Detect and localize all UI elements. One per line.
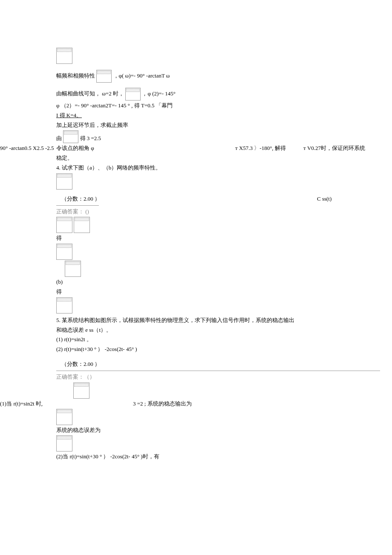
formula-image [74,217,90,233]
formula-image [65,261,81,277]
wide-line: 90° -arctan0.5 X2.5 -2.5 令该点的相角 φ т X57.… [56,144,392,153]
question-5: 5. 某系统结构图如图所示，试根据频率特性的物理意义，求下列输入信号作用时，系统… [56,316,392,325]
text-line: 和稳态误差 e ss（t）。 [56,326,392,335]
text-line: 得 [56,234,392,243]
formula-image [96,70,112,83]
text: 由幅相曲线可知， ω=2 时， [56,90,124,97]
text: （分数：2.00 ） [61,196,100,202]
text: (1)当 r(t)=sin2t 时, [0,400,43,408]
text: 由 [56,135,62,142]
text: 4. 试求下图（a）、（b）网络的频率特性。 [56,164,161,171]
divider [56,205,99,206]
text-line: (2) r(t)=sin(t+30 ° ） -2cos(2t- 45° ) [56,345,392,354]
img-placeholder [56,409,392,425]
img-placeholder [65,261,392,277]
img-placeholder [56,435,392,451]
formula-image [56,297,72,313]
divider [56,371,380,371]
img-placeholder [56,244,392,260]
text-line: (1) r(t)=sin2t 。 [56,335,392,344]
text: I 得 K=4。 [56,112,82,118]
text: (b) [56,279,63,285]
img-placeholder [56,297,392,313]
text-line: (1)当 r(t)=sin2t 时, 3 =2 ; 系统的稳态输出为 [56,400,392,408]
text: (2)当 r(t)=sin(t+30 ° ） -2cos(2t- 45° )时，… [56,453,159,460]
formula-image [73,382,89,399]
text-line: (b) [56,278,392,287]
text: 得 3 =2.5 [80,135,101,142]
text-line: 稳定。 [56,154,392,163]
formula-image [125,88,141,101]
figure-image [56,173,72,190]
answer-label: 正确答案：（） [56,373,392,382]
text: 系统的稳态误差为 [56,427,101,433]
formula-image [56,409,72,425]
text: 令该点的相角 φ [56,145,94,151]
text-line: 加上延迟环节后，求截止频率 [56,121,392,130]
text: 幅频和相频特性 [56,72,95,79]
img-row [56,217,392,233]
text: (2) r(t)=sin(t+30 ° ） -2cos(2t- 45° ) [56,346,137,352]
text-line: 由幅相曲线可知， ω=2 时， ，φ (2)=- 145° [56,88,392,101]
text: （分数：2.00 ） [61,361,100,367]
text: 和稳态误差 e ss（t）。 [56,327,112,333]
img-placeholder [56,48,392,64]
score-line: （分数：2.00 ） [61,360,392,369]
text: 加上延迟环节后，求截止频率 [56,122,128,128]
question-4: 4. 试求下图（a）、（b）网络的频率特性。 [56,164,392,173]
img-placeholder [56,173,392,190]
text-line: 幅频和相频特性 ，φ( ω)=- 90° -arctanT ω [56,70,392,83]
score-line: （分数：2.00 ） C ss(t) [61,195,392,204]
text: 5. 某系统结构图如图所示，试根据频率特性的物理意义，求下列输入信号作用时，系统… [56,317,294,323]
text: 90° -arctan0.5 X2.5 -2.5 [0,144,54,153]
formula-image [63,130,78,143]
text-line: 得 [56,288,392,296]
text: C ss(t) [317,195,331,204]
img-placeholder [73,382,392,399]
text: т X57.3 〉-180°, 解得 [235,144,286,153]
text: 得 [56,288,62,295]
text: 正确答案： () [56,208,89,215]
formula-image [56,48,72,64]
text-line: (2)当 r(t)=sin(t+30 ° ） -2cos(2t- 45° )时，… [56,452,392,461]
text: 正确答案：（） [56,374,95,380]
text-line: 由 得 3 =2.5 [56,130,392,143]
text: 稳定。 [56,155,73,161]
formula-image [56,435,72,451]
text: ，φ( ω)=- 90° -arctanT ω [113,72,170,79]
formula-image [56,217,72,233]
answer-label: 正确答案： () [56,207,392,216]
text-line: φ （2）=- 90° -arctan2T=- 145 ° , 得 T=0.5 … [56,101,392,110]
text: т V0.27时，保证闭环系统 [303,144,365,153]
text-line: 系统的稳态误差为 [56,426,392,435]
text: (1) r(t)=sin2t 。 [56,336,92,342]
formula-image [56,244,72,260]
text: 得 [56,235,62,241]
text: φ （2）=- 90° -arctan2T=- 145 ° , 得 T=0.5 … [56,102,173,109]
text: 3 =2 ; 系统的稳态输出为 [133,400,192,408]
text: ，φ (2)=- 145° [142,90,176,97]
text-line: I 得 K=4。 [56,111,392,120]
